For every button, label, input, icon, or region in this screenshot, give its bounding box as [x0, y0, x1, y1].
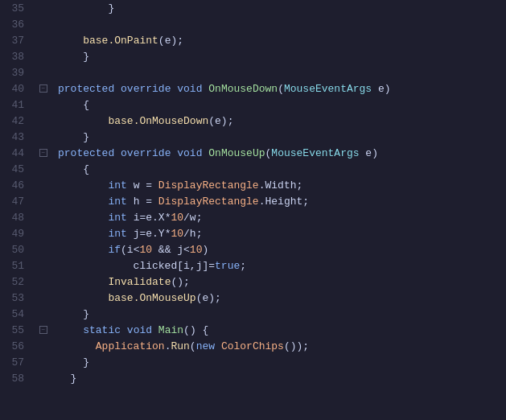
- line-number: 54: [0, 308, 32, 320]
- line-number: 48: [0, 212, 32, 224]
- line-number: 45: [0, 163, 32, 175]
- code-token: 10: [171, 228, 183, 240]
- code-token: e): [372, 83, 390, 95]
- collapse-button[interactable]: −: [39, 326, 47, 334]
- code-token: [202, 147, 208, 159]
- code-editor: 35 }3637 base.OnPaint(e);38 }3940−protec…: [0, 0, 506, 420]
- collapse-button[interactable]: −: [39, 149, 47, 157]
- code-token: [114, 147, 121, 159]
- code-line: 49 int j=e.Y*10/h;: [0, 225, 506, 241]
- code-token: override: [121, 83, 171, 95]
- code-token: int: [108, 212, 126, 224]
- code-token: [58, 115, 108, 127]
- code-content: }: [55, 373, 506, 385]
- code-token: Main: [158, 324, 183, 336]
- code-token: 10: [190, 244, 203, 256]
- code-token: i=e.X*: [127, 212, 171, 224]
- code-token: (: [190, 340, 196, 352]
- code-token: ());: [284, 340, 309, 352]
- collapse-button[interactable]: −: [39, 84, 47, 93]
- line-number: 36: [0, 19, 32, 31]
- code-token: new: [196, 340, 215, 352]
- line-number: 57: [0, 356, 32, 369]
- code-token: void: [177, 147, 202, 159]
- line-number: 43: [0, 131, 32, 143]
- code-token: [58, 228, 108, 240]
- code-line: 36: [0, 16, 506, 32]
- code-token: void: [127, 324, 152, 336]
- code-content: clicked[i,j]=true;: [55, 260, 506, 272]
- code-line: 46 int w = DisplayRectangle.Width;: [0, 177, 506, 193]
- code-token: Invalidate: [108, 276, 171, 288]
- code-token: .Height;: [259, 196, 309, 208]
- code-token: }: [58, 308, 89, 320]
- code-token: protected: [58, 83, 114, 95]
- code-token: }: [58, 373, 76, 385]
- code-token: [58, 196, 108, 208]
- code-line: 55− static void Main() {: [0, 322, 506, 338]
- code-line: 44−protected override void OnMouseUp(Mou…: [0, 145, 506, 161]
- code-token: {: [58, 163, 89, 175]
- code-token: int: [108, 179, 126, 191]
- code-token: ColorChips: [221, 340, 284, 352]
- code-content: Application.Run(new ColorChips());: [55, 340, 506, 352]
- code-content: }: [55, 131, 506, 143]
- code-token: (: [278, 83, 284, 95]
- code-token: {: [58, 99, 89, 111]
- code-token: Run: [171, 340, 189, 352]
- code-token: 10: [139, 244, 152, 256]
- code-token: [58, 292, 108, 304]
- code-token: true: [215, 260, 240, 272]
- line-number: 40: [0, 83, 32, 95]
- code-token: [171, 83, 177, 95]
- code-line: 54 }: [0, 306, 506, 322]
- line-number: 55: [0, 324, 32, 336]
- code-token: }: [58, 131, 89, 143]
- code-token: [171, 147, 177, 159]
- code-line: 52 Invalidate();: [0, 274, 506, 290]
- code-token: void: [177, 83, 202, 95]
- code-token: [58, 276, 108, 288]
- code-line: 56 Application.Run(new ColorChips());: [0, 338, 506, 354]
- code-line: 58 }: [0, 370, 506, 386]
- code-token: protected: [58, 147, 114, 159]
- code-line: 41 {: [0, 97, 506, 113]
- code-content: if(i<10 && j<10): [55, 244, 506, 256]
- code-token: ;: [240, 260, 246, 272]
- code-token: [121, 324, 127, 336]
- line-number: 38: [0, 51, 32, 63]
- code-token: int: [108, 196, 126, 208]
- line-number: 35: [0, 2, 32, 14]
- code-token: 10: [171, 212, 183, 224]
- code-token: (e);: [158, 35, 183, 47]
- code-content: }: [55, 51, 506, 63]
- code-token: base.OnMouseUp: [108, 292, 195, 304]
- code-token: [58, 179, 108, 191]
- code-content: int h = DisplayRectangle.Height;: [55, 196, 506, 208]
- code-token: DisplayRectangle: [158, 196, 259, 208]
- code-token: override: [121, 147, 171, 159]
- code-line: 48 int i=e.X*10/w;: [0, 209, 506, 225]
- line-number: 52: [0, 276, 32, 288]
- code-token: (e);: [196, 292, 221, 304]
- code-content: }: [55, 308, 506, 320]
- code-line: 57 }: [0, 354, 506, 370]
- code-token: ): [202, 244, 208, 256]
- code-token: MouseEventArgs: [271, 147, 359, 159]
- code-content: base.OnPaint(e);: [55, 35, 506, 47]
- gutter: −: [32, 84, 55, 93]
- line-number: 49: [0, 228, 32, 240]
- code-content: static void Main() {: [55, 324, 506, 336]
- code-token: Application: [96, 340, 165, 352]
- code-token: }: [58, 2, 114, 14]
- code-content: int w = DisplayRectangle.Width;: [55, 179, 506, 191]
- line-number: 58: [0, 373, 32, 385]
- code-token: OnMouseUp: [208, 147, 265, 159]
- code-line: 47 int h = DisplayRectangle.Height;: [0, 193, 506, 209]
- code-content: Invalidate();: [55, 276, 506, 288]
- code-token: (i<: [121, 244, 139, 256]
- code-token: .: [165, 340, 171, 352]
- code-line: 40−protected override void OnMouseDown(M…: [0, 80, 506, 97]
- code-token: () {: [183, 324, 208, 336]
- code-token: w =: [127, 179, 158, 191]
